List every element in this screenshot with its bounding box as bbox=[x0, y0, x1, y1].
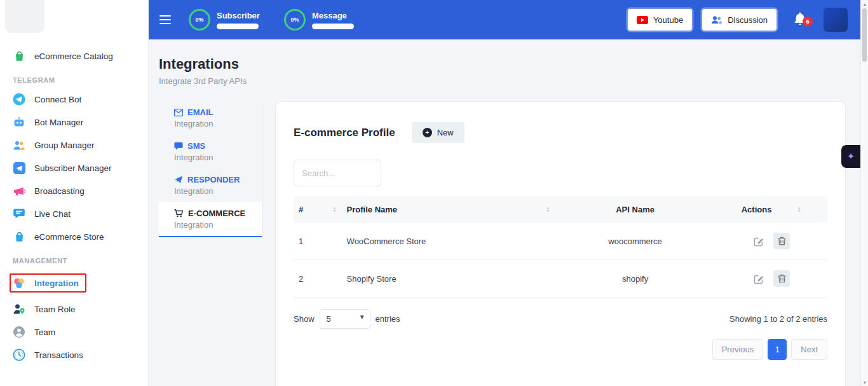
message-stat-label: Message bbox=[312, 11, 354, 20]
shopping-bag-icon bbox=[13, 50, 25, 62]
sidebar-item-ecommerce-store[interactable]: eCommerce Store bbox=[0, 225, 148, 248]
sidebar-item-subscriber-manager[interactable]: Subscriber Manager bbox=[0, 156, 148, 179]
next-page-button[interactable]: Next bbox=[791, 339, 827, 360]
tab-email-integration[interactable]: EMAIL Integration bbox=[159, 101, 262, 135]
sidebar-item-ecommerce-catalog[interactable]: eCommerce Catalog bbox=[0, 45, 148, 67]
sidebar-item-label: eCommerce Store bbox=[34, 232, 104, 242]
tab-subtitle: Integration bbox=[174, 186, 262, 196]
profile-name-cell: WooCommerce Store bbox=[342, 223, 555, 260]
message-progress-ring: 0% bbox=[284, 9, 306, 31]
hamburger-menu-icon[interactable] bbox=[159, 15, 172, 24]
edit-button[interactable] bbox=[752, 272, 766, 286]
entries-label: entries bbox=[376, 314, 400, 324]
assistant-fab[interactable]: ✦ bbox=[841, 145, 860, 168]
current-page-button[interactable]: 1 bbox=[768, 339, 787, 360]
discussion-button-label: Discussion bbox=[728, 15, 768, 25]
sidebar-item-team[interactable]: Team bbox=[0, 321, 148, 343]
robot-icon bbox=[13, 116, 25, 128]
discussion-button[interactable]: Discussion bbox=[702, 9, 776, 31]
row-number: 2 bbox=[294, 260, 342, 298]
search-input[interactable] bbox=[294, 160, 381, 186]
user-location-pin-icon bbox=[13, 303, 25, 315]
discussion-users-icon bbox=[711, 15, 722, 24]
ecommerce-profile-card: E-commerce Profile + New #▲▼ bbox=[275, 101, 846, 386]
subscriber-progress-ring: 0% bbox=[189, 9, 210, 31]
notification-count-badge: 6 bbox=[803, 17, 813, 27]
page-subtitle: Integrate 3rd Party APIs bbox=[159, 76, 860, 86]
new-button-label: New bbox=[437, 128, 454, 137]
logo-area bbox=[0, 0, 148, 39]
header-number[interactable]: #▲▼ bbox=[294, 196, 342, 223]
pagination: Previous 1 Next bbox=[294, 339, 827, 360]
page-size-select[interactable]: 5 bbox=[320, 309, 370, 329]
youtube-button[interactable]: Youtube bbox=[628, 9, 692, 31]
integration-tabs: EMAIL Integration SMS Integration bbox=[159, 101, 262, 237]
sidebar-item-label: Live Chat bbox=[34, 209, 71, 219]
tab-subtitle: Integration bbox=[174, 153, 262, 162]
tab-title: EMAIL bbox=[187, 107, 213, 117]
sidebar-item-label: Team bbox=[34, 327, 55, 337]
sidebar-item-transactions[interactable]: Transactions bbox=[0, 343, 148, 366]
new-profile-button[interactable]: + New bbox=[412, 122, 465, 143]
telegram-plane-icon bbox=[13, 93, 25, 106]
notifications-bell-icon[interactable]: 6 bbox=[793, 11, 807, 29]
delete-button[interactable] bbox=[773, 270, 790, 287]
sort-icon: ▲▼ bbox=[546, 207, 550, 213]
tab-responder-integration[interactable]: RESPONDER Integration bbox=[159, 169, 262, 202]
envelope-icon bbox=[174, 109, 183, 116]
sidebar-item-label: Integration bbox=[34, 279, 79, 288]
sidebar-item-label: Group Manager bbox=[34, 141, 95, 150]
sidebar-section-management: MANAGEMENT bbox=[0, 248, 148, 268]
header-actions[interactable]: Actions▲▼ bbox=[715, 196, 827, 223]
sms-bubble-icon bbox=[174, 142, 183, 150]
tab-title: E-COMMERCE bbox=[188, 209, 245, 218]
paper-plane-icon bbox=[174, 176, 183, 184]
vertical-scrollbar[interactable]: ▲ ▼ bbox=[860, 0, 868, 386]
sidebar-item-integration[interactable]: Integration bbox=[0, 268, 148, 298]
table-row: 2 Shopify Store shopify bbox=[294, 260, 827, 298]
sidebar-item-team-role[interactable]: Team Role bbox=[0, 298, 148, 321]
sidebar-item-live-chat[interactable]: Live Chat bbox=[0, 202, 148, 225]
chat-bubble-icon bbox=[13, 207, 25, 220]
sidebar-item-label: Bot Manager bbox=[34, 118, 83, 127]
edit-button[interactable] bbox=[752, 235, 766, 248]
api-name-cell: woocommerce bbox=[555, 223, 715, 260]
sidebar-item-connect-bot[interactable]: Connect Bot bbox=[0, 88, 148, 111]
sidebar-item-bot-manager[interactable]: Bot Manager bbox=[0, 111, 148, 134]
shopping-bag-icon bbox=[13, 230, 25, 243]
show-label: Show bbox=[294, 314, 315, 324]
showing-entries-text: Showing 1 to 2 of 2 entries bbox=[729, 314, 827, 324]
sort-icon: ▲▼ bbox=[332, 207, 336, 213]
tab-subtitle: Integration bbox=[174, 220, 262, 230]
subscriber-stat-label: Subscriber bbox=[217, 11, 260, 20]
subscriber-chat-icon bbox=[13, 162, 25, 174]
sidebar-section-telegram: TELEGRAM bbox=[0, 67, 148, 88]
page-title: Integrations bbox=[159, 56, 860, 72]
sidebar-item-broadcasting[interactable]: Broadcasting bbox=[0, 179, 148, 202]
shopping-cart-icon bbox=[174, 209, 184, 217]
subscriber-progress-bar bbox=[217, 24, 259, 29]
clock-icon bbox=[13, 348, 25, 361]
header-api-name[interactable]: API Name bbox=[555, 196, 715, 223]
sidebar-item-label: Subscriber Manager bbox=[34, 163, 112, 173]
sidebar-item-group-manager[interactable]: Group Manager bbox=[0, 134, 148, 156]
user-avatar[interactable] bbox=[824, 8, 848, 32]
sidebar: eCommerce Catalog TELEGRAM Connect Bot B… bbox=[0, 0, 148, 386]
annotation-highlight: Integration bbox=[10, 273, 86, 293]
tab-sms-integration[interactable]: SMS Integration bbox=[159, 135, 262, 169]
main-content: Integrations Integrate 3rd Party APIs EM… bbox=[148, 39, 860, 386]
tab-title: RESPONDER bbox=[187, 175, 240, 184]
sidebar-item-label: eCommerce Catalog bbox=[34, 52, 113, 61]
scroll-down-arrow-icon[interactable]: ▼ bbox=[861, 378, 868, 386]
user-circle-icon bbox=[13, 326, 25, 338]
row-number: 1 bbox=[294, 223, 342, 260]
previous-page-button[interactable]: Previous bbox=[712, 339, 764, 360]
scrollbar-thumb[interactable] bbox=[862, 8, 867, 62]
tab-ecommerce-integration[interactable]: E-COMMERCE Integration bbox=[159, 202, 262, 237]
plus-icon: + bbox=[423, 128, 432, 137]
scroll-up-arrow-icon[interactable]: ▲ bbox=[861, 0, 868, 8]
table-row: 1 WooCommerce Store woocommerce bbox=[294, 223, 827, 260]
tab-title: SMS bbox=[187, 141, 205, 151]
header-profile-name[interactable]: Profile Name▲▼ bbox=[342, 196, 555, 223]
delete-button[interactable] bbox=[773, 233, 790, 249]
